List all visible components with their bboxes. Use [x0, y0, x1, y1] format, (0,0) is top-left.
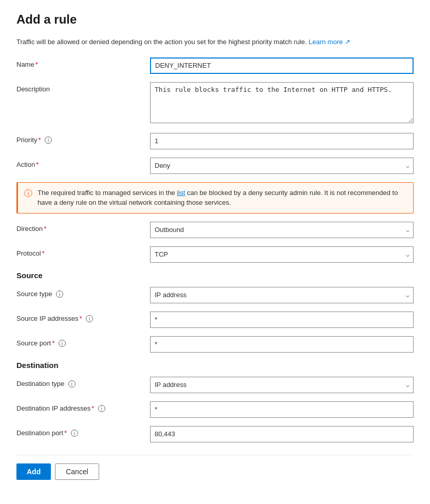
dest-type-row: Destination type i IP address Service Ta…: [16, 377, 414, 393]
dest-port-input[interactable]: [150, 426, 414, 442]
bottom-actions: Add Cancel: [16, 455, 414, 480]
priority-input[interactable]: [150, 133, 414, 149]
page-title: Add a rule: [16, 12, 414, 27]
direction-label: Direction*: [16, 222, 150, 232]
dest-port-info-icon[interactable]: i: [71, 430, 78, 437]
dest-port-label: Destination port* i: [16, 426, 150, 437]
source-type-select-wrapper: IP address Service Tag ⌵: [150, 287, 414, 303]
source-ip-info-icon[interactable]: i: [86, 315, 93, 322]
action-select-wrapper: Allow Deny Always Allow ⌵: [150, 158, 414, 174]
learn-more-link[interactable]: Learn more ↗: [309, 38, 350, 46]
action-field-wrapper: Allow Deny Always Allow ⌵: [150, 158, 414, 174]
priority-field-wrapper: [150, 133, 414, 149]
dest-port-row: Destination port* i: [16, 426, 414, 442]
description-label: Description: [16, 82, 150, 93]
dest-ip-label: Destination IP addresses* i: [16, 401, 150, 413]
source-port-info-icon[interactable]: i: [59, 340, 66, 347]
description-row: Description This rule blocks traffic to …: [16, 82, 414, 125]
protocol-row: Protocol* Any TCP UDP ICMP ⌵: [16, 246, 414, 263]
source-section-heading: Source: [16, 271, 414, 280]
source-type-info-icon[interactable]: i: [56, 290, 63, 298]
dest-type-field-wrapper: IP address Service Tag ⌵: [150, 377, 414, 393]
dest-type-label: Destination type i: [16, 377, 150, 388]
dest-port-field-wrapper: [150, 426, 414, 442]
source-type-field-wrapper: IP address Service Tag ⌵: [150, 287, 414, 303]
protocol-select-wrapper: Any TCP UDP ICMP ⌵: [150, 246, 414, 263]
source-ip-row: Source IP addresses* i: [16, 312, 414, 328]
dest-ip-row: Destination IP addresses* i: [16, 401, 414, 418]
protocol-field-wrapper: Any TCP UDP ICMP ⌵: [150, 246, 414, 263]
add-button[interactable]: Add: [16, 463, 51, 480]
dest-type-select-wrapper: IP address Service Tag ⌵: [150, 377, 414, 393]
source-port-row: Source port* i: [16, 336, 414, 353]
destination-section-heading: Destination: [16, 361, 414, 370]
direction-select-wrapper: Inbound Outbound ⌵: [150, 222, 414, 238]
dest-type-select[interactable]: IP address Service Tag: [150, 377, 414, 393]
page-description: Traffic will be allowed or denied depend…: [16, 37, 414, 47]
source-ip-field-wrapper: [150, 312, 414, 328]
dest-type-info-icon[interactable]: i: [68, 380, 76, 387]
priority-info-icon[interactable]: i: [45, 137, 52, 144]
protocol-label: Protocol*: [16, 246, 150, 257]
dest-ip-input[interactable]: [150, 401, 414, 418]
name-label: Name*: [16, 57, 150, 68]
cancel-button[interactable]: Cancel: [55, 463, 99, 480]
source-port-label: Source port* i: [16, 336, 150, 347]
priority-label: Priority* i: [16, 133, 150, 144]
source-type-select[interactable]: IP address Service Tag: [150, 287, 414, 303]
name-field-wrapper: [150, 57, 414, 74]
direction-select[interactable]: Inbound Outbound: [150, 222, 414, 238]
priority-row: Priority* i: [16, 133, 414, 149]
source-type-label: Source type i: [16, 287, 150, 298]
warning-text: The required traffic to managed services…: [38, 188, 407, 208]
warning-icon: ⓘ: [24, 188, 32, 199]
name-input[interactable]: [150, 57, 414, 74]
direction-row: Direction* Inbound Outbound ⌵: [16, 222, 414, 238]
source-ip-input[interactable]: [150, 312, 414, 328]
warning-box: ⓘ The required traffic to managed servic…: [16, 182, 414, 214]
source-port-input[interactable]: [150, 336, 414, 353]
source-type-row: Source type i IP address Service Tag ⌵: [16, 287, 414, 303]
warning-list-link[interactable]: list: [177, 189, 185, 197]
dest-ip-info-icon[interactable]: i: [98, 405, 105, 412]
action-row: Action* Allow Deny Always Allow ⌵: [16, 158, 414, 174]
name-row: Name*: [16, 57, 414, 74]
dest-ip-field-wrapper: [150, 401, 414, 418]
description-field-wrapper: This rule blocks traffic to the Internet…: [150, 82, 414, 125]
protocol-select[interactable]: Any TCP UDP ICMP: [150, 246, 414, 263]
direction-field-wrapper: Inbound Outbound ⌵: [150, 222, 414, 238]
description-input[interactable]: This rule blocks traffic to the Internet…: [150, 82, 414, 123]
source-ip-label: Source IP addresses* i: [16, 312, 150, 323]
source-port-field-wrapper: [150, 336, 414, 353]
action-select[interactable]: Allow Deny Always Allow: [150, 158, 414, 174]
action-label: Action*: [16, 158, 150, 168]
